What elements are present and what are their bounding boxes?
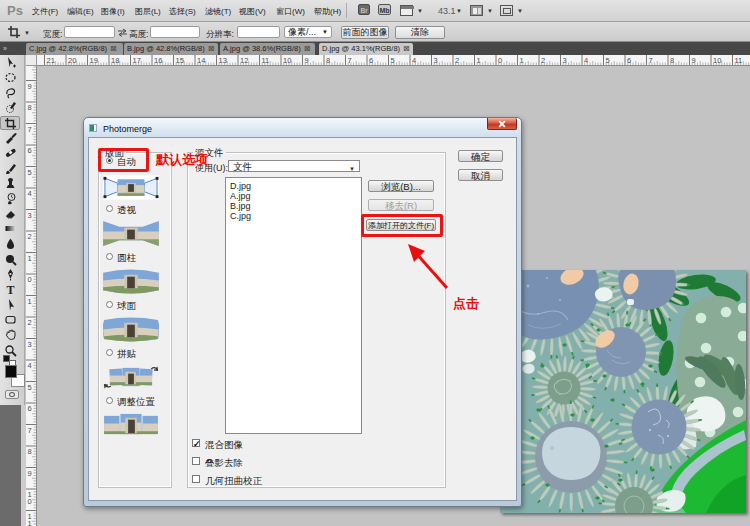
svg-text:16: 16 — [154, 56, 162, 65]
svg-text:13: 13 — [219, 56, 227, 65]
svg-text:4: 4 — [28, 189, 32, 198]
svg-text:9: 9 — [692, 56, 696, 65]
svg-text:9: 9 — [305, 56, 309, 65]
svg-text:8: 8 — [326, 56, 330, 65]
svg-text:2: 2 — [541, 56, 545, 65]
svg-text:14: 14 — [197, 56, 205, 65]
svg-text:8: 8 — [28, 447, 32, 456]
svg-text:3: 3 — [434, 56, 438, 65]
svg-text:3: 3 — [28, 211, 32, 220]
svg-text:9: 9 — [28, 82, 32, 91]
svg-text:5: 5 — [28, 383, 32, 392]
svg-text:0: 0 — [28, 497, 32, 506]
svg-text:8: 8 — [28, 103, 32, 112]
svg-text:4: 4 — [584, 56, 588, 65]
svg-text:12: 12 — [240, 56, 248, 65]
svg-text:11: 11 — [735, 56, 743, 65]
svg-text:11: 11 — [262, 56, 270, 65]
svg-text:1: 1 — [520, 56, 524, 65]
svg-text:7: 7 — [649, 56, 653, 65]
svg-text:1: 1 — [28, 297, 32, 306]
svg-text:4: 4 — [412, 56, 416, 65]
svg-text:5: 5 — [28, 168, 32, 177]
svg-text:18: 18 — [111, 56, 119, 65]
svg-text:3: 3 — [28, 340, 32, 349]
svg-text:3: 3 — [563, 56, 567, 65]
svg-text:20: 20 — [68, 56, 76, 65]
svg-text:17: 17 — [133, 56, 141, 65]
svg-text:6: 6 — [28, 146, 32, 155]
svg-text:6: 6 — [28, 404, 32, 413]
svg-text:T: T — [6, 283, 14, 296]
svg-text:10: 10 — [283, 56, 291, 65]
svg-text:7: 7 — [28, 125, 32, 134]
svg-text:2: 2 — [28, 318, 32, 327]
svg-text:7: 7 — [28, 426, 32, 435]
svg-text:2: 2 — [455, 56, 459, 65]
svg-text:0: 0 — [498, 56, 502, 65]
svg-text:6: 6 — [369, 56, 373, 65]
svg-text:6: 6 — [627, 56, 631, 65]
svg-text:10: 10 — [713, 56, 721, 65]
svg-text:1: 1 — [28, 254, 32, 263]
svg-text:21: 21 — [47, 56, 55, 65]
svg-text:9: 9 — [28, 469, 32, 478]
svg-text:5: 5 — [391, 56, 395, 65]
svg-text:15: 15 — [176, 56, 184, 65]
svg-text:1: 1 — [28, 519, 32, 526]
svg-text:5: 5 — [606, 56, 610, 65]
svg-text:8: 8 — [670, 56, 674, 65]
svg-text:4: 4 — [28, 361, 32, 370]
svg-text:19: 19 — [90, 56, 98, 65]
svg-text:1: 1 — [477, 56, 481, 65]
svg-text:7: 7 — [348, 56, 352, 65]
svg-text:0: 0 — [28, 275, 32, 284]
svg-text:2: 2 — [28, 232, 32, 241]
